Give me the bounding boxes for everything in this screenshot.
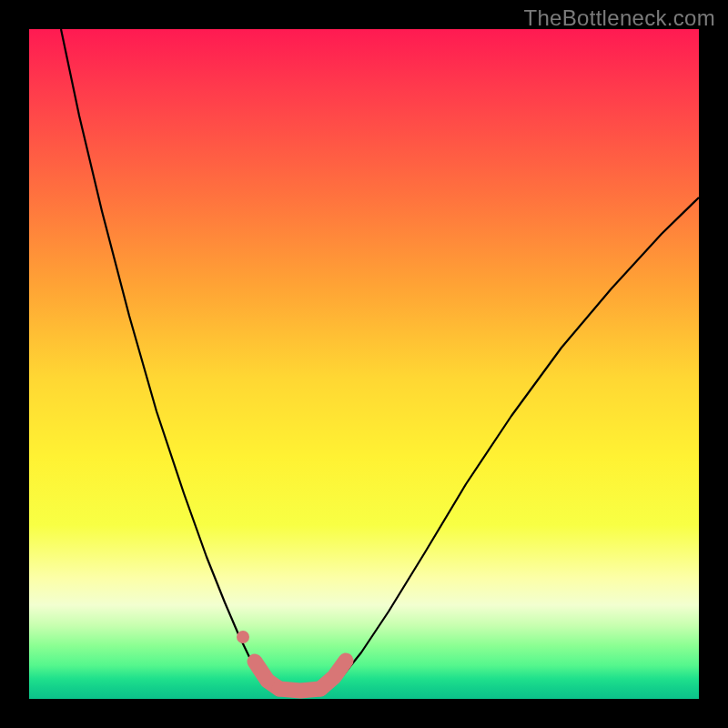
chart-frame: TheBottleneck.com xyxy=(0,0,728,728)
series-marker-stroke-right-up xyxy=(320,661,346,689)
series-left-curve xyxy=(61,29,272,688)
watermark-text: TheBottleneck.com xyxy=(523,5,715,31)
series-right-curve xyxy=(329,197,699,688)
plot-area xyxy=(29,29,699,699)
curve-layer xyxy=(29,29,699,699)
